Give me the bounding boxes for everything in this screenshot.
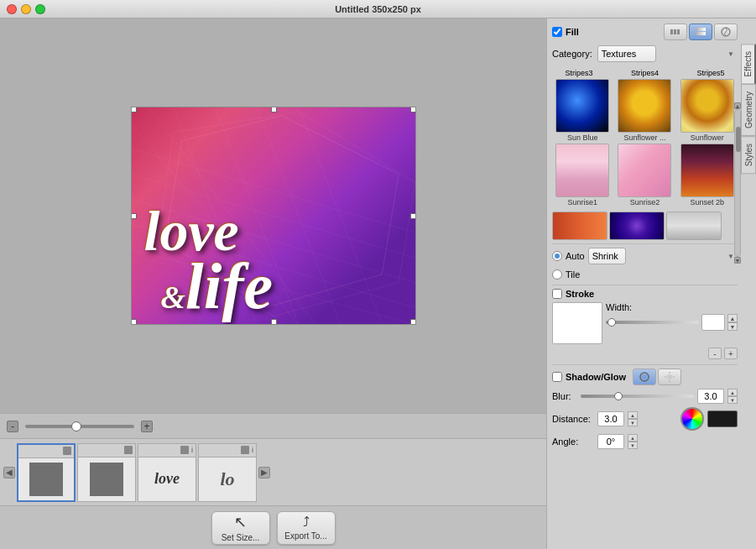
fill-gradient-btn[interactable] bbox=[689, 24, 712, 40]
texture-sunflower1[interactable]: Sunflower ... bbox=[614, 79, 675, 142]
shrink-select[interactable]: Shrink Stretch Fit Crop bbox=[588, 248, 626, 264]
partial-tex-3[interactable] bbox=[666, 212, 722, 240]
fill-checkbox[interactable] bbox=[552, 27, 562, 37]
angle-step-up[interactable]: ▲ bbox=[628, 434, 638, 442]
thumb-text-4: lo bbox=[220, 468, 234, 490]
angle-label: Angle: bbox=[552, 437, 594, 447]
tex-thumb-sunflower1 bbox=[618, 79, 671, 133]
thumbnail-item-4[interactable]: i lo bbox=[198, 443, 257, 502]
styles-tab[interactable]: Styles bbox=[741, 136, 756, 174]
partial-tex-2[interactable] bbox=[609, 212, 665, 240]
fill-type-buttons bbox=[664, 24, 738, 40]
scroll-down-btn[interactable]: ▼ bbox=[734, 257, 741, 264]
strip-prev-arrow[interactable]: ◀ bbox=[3, 467, 15, 478]
tex-name-sunflower2: Sunflower bbox=[680, 133, 734, 142]
category-select[interactable]: Textures Solid Colors Gradients Patterns… bbox=[597, 45, 656, 62]
canvas-life-text: &life bbox=[161, 257, 274, 316]
stroke-thumb[interactable] bbox=[607, 318, 616, 327]
thumb-label-3: i bbox=[191, 446, 193, 454]
tex-thumb-sunflower2 bbox=[680, 79, 734, 133]
tex-label-stripes3: Stripes3 bbox=[552, 69, 606, 77]
blur-slider[interactable] bbox=[581, 395, 694, 398]
texture-sunset2b[interactable]: Sunset 2b bbox=[677, 144, 738, 207]
canvas-viewport: Ttl bbox=[0, 18, 546, 413]
set-size-button[interactable]: ↖ Set Size... bbox=[211, 511, 270, 545]
thumb-header-1 bbox=[18, 445, 74, 458]
stroke-width-row: Width: ▲ ▼ bbox=[552, 302, 738, 344]
thumbnail-item-2[interactable] bbox=[77, 443, 136, 502]
fill-solid-btn[interactable] bbox=[664, 24, 687, 40]
texture-sun-blue[interactable]: Sun Blue bbox=[552, 79, 613, 142]
distance-step-up[interactable]: ▲ bbox=[628, 411, 638, 419]
stroke-minus-btn[interactable]: - bbox=[708, 348, 722, 359]
tile-radio[interactable] bbox=[552, 269, 562, 280]
gradient-icon bbox=[695, 26, 706, 38]
divider-2 bbox=[552, 285, 738, 285]
texture-sunrise2[interactable]: Sunrise2 bbox=[614, 144, 675, 207]
zoom-thumb[interactable] bbox=[71, 421, 81, 431]
tex-name-sunflower1: Sunflower ... bbox=[618, 133, 671, 142]
blur-step-up[interactable]: ▲ bbox=[727, 389, 738, 396]
tex-name-sunrise1: Sunrise1 bbox=[555, 198, 609, 207]
shadow-sun-btn[interactable] bbox=[658, 369, 681, 385]
canvas-art-text: love &life bbox=[144, 206, 274, 316]
svg-rect-17 bbox=[696, 32, 706, 35]
tex-img-sunrise2 bbox=[618, 144, 670, 197]
shadow-inner-btn[interactable] bbox=[633, 369, 656, 385]
geometry-tab[interactable]: Geometry bbox=[741, 84, 756, 136]
svg-point-20 bbox=[642, 374, 647, 379]
texture-sunrise1[interactable]: Sunrise1 bbox=[552, 144, 613, 207]
color-wheel-button[interactable] bbox=[680, 407, 704, 431]
stroke-slider[interactable] bbox=[606, 321, 699, 324]
tex-thumb-sunrise1 bbox=[555, 144, 609, 197]
minimize-button[interactable] bbox=[21, 4, 31, 14]
stroke-checkbox[interactable] bbox=[552, 289, 562, 299]
strip-next-arrow[interactable]: ▶ bbox=[258, 467, 270, 478]
texture-grid: Sun Blue Sunflower ... Sunflower bbox=[552, 79, 738, 207]
zoom-bar: - + bbox=[0, 413, 546, 438]
texture-sunflower2[interactable]: Sunflower bbox=[677, 79, 738, 142]
auto-radio[interactable] bbox=[552, 251, 562, 261]
art-canvas[interactable]: love &life bbox=[131, 107, 416, 325]
scroll-up-btn[interactable]: ▲ bbox=[734, 102, 741, 109]
distance-stepper: ▲ ▼ bbox=[628, 411, 638, 426]
color-swatch[interactable] bbox=[707, 410, 738, 427]
thumbnail-item-1[interactable] bbox=[17, 443, 76, 502]
angle-step-down[interactable]: ▼ bbox=[628, 442, 638, 449]
scroll-indicator: ▲ ▼ bbox=[734, 102, 741, 264]
thumb-header-3: i bbox=[138, 444, 196, 458]
fill-texture-btn[interactable] bbox=[714, 24, 738, 40]
canvas-life-word: life bbox=[185, 249, 273, 322]
tex-img-sunflower2 bbox=[681, 79, 733, 133]
thumb-layer-icon-3 bbox=[180, 446, 189, 454]
shadow-checkbox[interactable] bbox=[552, 372, 562, 382]
category-select-arrow: ▼ bbox=[727, 50, 734, 58]
svg-line-8 bbox=[298, 107, 381, 324]
scroll-track[interactable] bbox=[734, 109, 741, 257]
effects-tab[interactable]: Effects bbox=[741, 44, 756, 84]
stroke-step-up[interactable]: ▲ bbox=[727, 314, 738, 322]
close-button[interactable] bbox=[7, 4, 17, 14]
blur-value: 3.0 bbox=[697, 389, 724, 404]
right-panel: Fill bbox=[546, 18, 756, 549]
divider-3 bbox=[552, 364, 738, 365]
panel-content: Fill bbox=[547, 18, 756, 549]
zoom-out-button[interactable]: - bbox=[7, 421, 18, 432]
thumbnail-item-3[interactable]: i love bbox=[138, 443, 196, 502]
stroke-preview bbox=[552, 302, 602, 344]
blur-thumb[interactable] bbox=[614, 392, 623, 400]
set-size-label: Set Size... bbox=[222, 533, 260, 542]
thumb-layer-icon-2 bbox=[124, 446, 133, 454]
stroke-step-down[interactable]: ▼ bbox=[727, 322, 738, 331]
partial-tex-1[interactable] bbox=[552, 212, 607, 240]
tile-row: Tile bbox=[552, 269, 738, 280]
maximize-button[interactable] bbox=[35, 4, 45, 14]
stroke-plus-btn[interactable]: + bbox=[724, 348, 738, 359]
solid-icon bbox=[670, 26, 681, 38]
zoom-in-button[interactable]: + bbox=[141, 421, 153, 432]
export-to-button[interactable]: ⤴ Export To... bbox=[277, 511, 336, 545]
window-controls bbox=[0, 4, 45, 14]
zoom-slider[interactable] bbox=[25, 425, 134, 428]
distance-step-down[interactable]: ▼ bbox=[628, 419, 638, 426]
blur-step-down[interactable]: ▼ bbox=[727, 396, 738, 404]
